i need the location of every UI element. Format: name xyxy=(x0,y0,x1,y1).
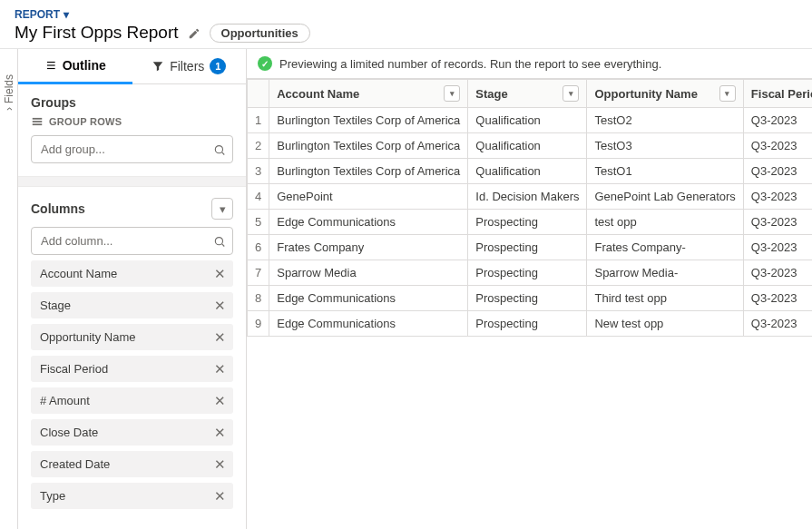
groups-section: Groups GROUP ROWS xyxy=(18,84,246,176)
caret-down-icon: ▾ xyxy=(64,8,69,21)
column-header[interactable]: Opportunity Name▾ xyxy=(587,80,743,108)
column-pill[interactable]: Close Date✕ xyxy=(31,419,233,446)
table-cell: Q3-2023 xyxy=(743,311,812,337)
table-cell: Q3-2023 xyxy=(743,235,812,260)
table-row[interactable]: 7Sparrow MediaProspectingSparrow Media-Q… xyxy=(248,260,813,286)
table-cell: test opp xyxy=(587,210,743,235)
main: ✓ Previewing a limited number of records… xyxy=(247,49,812,529)
preview-bar: ✓ Previewing a limited number of records… xyxy=(247,49,812,79)
column-header[interactable]: Fiscal Period▾ xyxy=(743,80,812,108)
table-row[interactable]: 2Burlington Textiles Corp of AmericaQual… xyxy=(248,133,813,159)
column-header-label: Opportunity Name xyxy=(594,87,697,101)
column-pill-label: Account Name xyxy=(40,267,117,280)
entity-pill[interactable]: Opportunities xyxy=(210,24,310,43)
table-cell: Q3-2023 xyxy=(743,159,812,184)
table-cell: Edge Communications xyxy=(269,286,468,311)
remove-column-button[interactable]: ✕ xyxy=(214,457,226,471)
row-number: 9 xyxy=(248,311,269,337)
columns-body: Account Name✕Stage✕Opportunity Name✕Fisc… xyxy=(18,223,246,522)
table-cell: Q3-2023 xyxy=(743,133,812,159)
rows-icon xyxy=(31,115,44,128)
column-filter-button[interactable]: ▾ xyxy=(444,85,460,102)
row-number: 6 xyxy=(248,235,269,260)
table-header-row: Account Name▾Stage▾Opportunity Name▾Fisc… xyxy=(248,80,813,108)
fields-rail: › Fields xyxy=(0,49,18,529)
filters-count-badge: 1 xyxy=(210,58,226,74)
report-header: REPORT ▾ My First Opps Report Opportunit… xyxy=(0,0,812,49)
column-pill[interactable]: Type✕ xyxy=(31,483,233,509)
column-pill-label: Type xyxy=(40,489,65,503)
report-title: My First Opps Report xyxy=(15,23,179,43)
remove-column-button[interactable]: ✕ xyxy=(214,489,226,503)
columns-menu-button[interactable]: ▾ xyxy=(211,198,233,220)
columns-head: Columns ▾ xyxy=(18,187,246,223)
table-cell: Q3-2023 xyxy=(743,108,812,133)
rownum-header xyxy=(248,80,269,108)
table-cell: Burlington Textiles Corp of America xyxy=(269,108,468,133)
remove-column-button[interactable]: ✕ xyxy=(214,299,226,312)
column-filter-button[interactable]: ▾ xyxy=(719,85,736,102)
remove-column-button[interactable]: ✕ xyxy=(214,394,226,407)
column-header[interactable]: Stage▾ xyxy=(468,80,587,108)
table-cell: Edge Communications xyxy=(269,210,468,235)
table-row[interactable]: 9Edge CommunicationsProspectingNew test … xyxy=(248,311,813,337)
table-row[interactable]: 1Burlington Textiles Corp of AmericaQual… xyxy=(248,108,813,133)
report-table: Account Name▾Stage▾Opportunity Name▾Fisc… xyxy=(247,79,812,337)
column-header[interactable]: Account Name▾ xyxy=(269,80,468,108)
table-wrap[interactable]: Account Name▾Stage▾Opportunity Name▾Fisc… xyxy=(247,79,812,529)
add-column-input[interactable] xyxy=(31,227,233,255)
remove-column-button[interactable]: ✕ xyxy=(214,330,226,344)
fields-rail-toggle[interactable]: › Fields xyxy=(3,74,15,111)
tab-filters[interactable]: Filters 1 xyxy=(132,49,247,83)
table-cell: GenePoint xyxy=(269,184,468,210)
table-cell: Qualification xyxy=(468,159,587,184)
column-pill[interactable]: Created Date✕ xyxy=(31,451,233,477)
sidebar-tabs: Outline Filters 1 xyxy=(18,49,246,84)
column-pill[interactable]: Fiscal Period✕ xyxy=(31,356,233,382)
table-row[interactable]: 3Burlington Textiles Corp of AmericaQual… xyxy=(248,159,813,184)
caret-down-icon: ▾ xyxy=(220,202,226,216)
column-header-label: Fiscal Period xyxy=(751,87,812,101)
svg-rect-4 xyxy=(33,121,43,122)
table-cell: Burlington Textiles Corp of America xyxy=(269,133,468,159)
tab-filters-label: Filters xyxy=(170,59,204,73)
row-number: 5 xyxy=(248,210,269,235)
row-number: 2 xyxy=(248,133,269,159)
column-pill[interactable]: # Amount✕ xyxy=(31,387,233,414)
table-cell: New test opp xyxy=(587,311,743,337)
column-pill[interactable]: Opportunity Name✕ xyxy=(31,324,233,350)
table-cell: Q3-2023 xyxy=(743,286,812,311)
column-pill-label: Fiscal Period xyxy=(40,362,108,376)
table-row[interactable]: 8Edge CommunicationsProspectingThird tes… xyxy=(248,286,813,311)
table-cell: Prospecting xyxy=(468,210,587,235)
groups-heading: Groups xyxy=(31,95,233,110)
fields-rail-label: Fields xyxy=(3,74,15,103)
report-type-dropdown[interactable]: REPORT ▾ xyxy=(15,8,69,21)
column-header-label: Account Name xyxy=(277,87,359,101)
report-title-row: My First Opps Report Opportunities xyxy=(15,23,797,43)
table-row[interactable]: 6Frates CompanyProspectingFrates Company… xyxy=(248,235,813,260)
row-number: 3 xyxy=(248,159,269,184)
table-body: 1Burlington Textiles Corp of AmericaQual… xyxy=(248,108,813,337)
column-filter-button[interactable]: ▾ xyxy=(563,85,579,102)
table-row[interactable]: 5Edge CommunicationsProspectingtest oppQ… xyxy=(248,210,813,235)
table-cell: Id. Decision Makers xyxy=(468,184,587,210)
table-cell: Sparrow Media- xyxy=(587,260,743,286)
table-cell: Prospecting xyxy=(468,235,587,260)
edit-title-button[interactable] xyxy=(188,25,201,40)
tab-outline[interactable]: Outline xyxy=(18,49,132,84)
svg-rect-5 xyxy=(33,123,43,125)
add-group-input[interactable] xyxy=(31,135,233,163)
column-pill-label: Stage xyxy=(40,299,71,312)
group-rows-text: GROUP ROWS xyxy=(49,116,122,127)
remove-column-button[interactable]: ✕ xyxy=(214,267,226,280)
app-root: REPORT ▾ My First Opps Report Opportunit… xyxy=(0,0,812,529)
column-pill[interactable]: Account Name✕ xyxy=(31,260,233,287)
table-row[interactable]: 4GenePointId. Decision MakersGenePoint L… xyxy=(248,184,813,210)
table-cell: Q3-2023 xyxy=(743,210,812,235)
column-list: Account Name✕Stage✕Opportunity Name✕Fisc… xyxy=(31,260,233,509)
table-cell: Edge Communications xyxy=(269,311,468,337)
column-pill[interactable]: Stage✕ xyxy=(31,292,233,318)
remove-column-button[interactable]: ✕ xyxy=(214,362,226,376)
remove-column-button[interactable]: ✕ xyxy=(214,426,226,439)
